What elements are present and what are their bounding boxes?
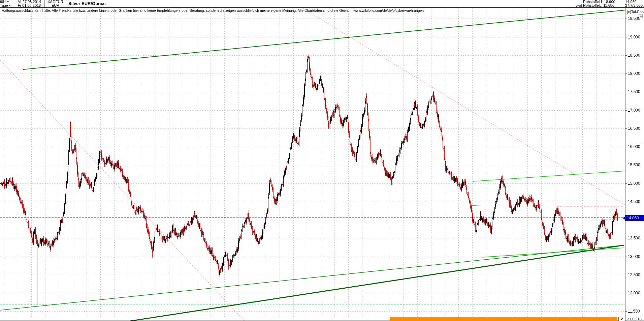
copyright-label: (c)Tai-Pan	[627, 10, 644, 14]
symbol-code: XAGEUR	[45, 0, 66, 4]
symbol-cell: XAGEUR EUR	[45, 0, 66, 7]
last-price-cell: 14.060 27.7/3.050	[625, 0, 644, 7]
date-from[interactable]: Mi 27.08.2014	[14, 0, 44, 4]
y-axis-label: 19.000	[628, 35, 640, 39]
last-price-badge: 14.060	[625, 215, 644, 221]
date-to[interactable]: Fr 01.06.2018	[14, 4, 44, 7]
chart-header: 981▼ Tage▼ Mi 27.08.2014 Fr 01.06.2018 X…	[0, 0, 644, 8]
currency-code: EUR	[45, 4, 66, 7]
datafeed-cell: Rohstoffe vwd Rohstoffe	[572, 0, 599, 7]
timeframe-dropdown[interactable]: Tage▼	[0, 4, 14, 7]
taipan-chart-window: 981▼ Tage▼ Mi 27.08.2014 Fr 01.06.2018 X…	[0, 0, 644, 321]
y-axis-label: 17.500	[628, 89, 640, 94]
y-axis-label: 18.000	[628, 71, 640, 76]
period-low: L: 11.680	[599, 4, 625, 7]
y-axis-label: 12.500	[628, 272, 640, 277]
range-info-value: 27.7/3.050	[625, 4, 644, 7]
last-date-label: 31.05.18	[627, 317, 642, 321]
page-title: Silver EUR/Ounce	[68, 1, 106, 6]
chevron-down-icon: ▼	[9, 4, 11, 7]
y-axis-label: 13.000	[628, 254, 640, 259]
collapse-panel-icon[interactable]	[639, 14, 643, 18]
bars-count-dropdown[interactable]: 981▼	[0, 0, 14, 4]
last-price-value: 14.060	[625, 0, 644, 4]
disclaimer-text: Haftungsausschluss für Inhalte: Alle Tre…	[2, 8, 621, 13]
instrument-title-cell: Silver EUR/Ounce	[66, 0, 194, 7]
y-axis-label: 15.500	[628, 163, 640, 167]
price-chart-canvas[interactable]	[0, 0, 644, 321]
y-axis-label: 12.000	[628, 291, 640, 295]
y-axis-label: 13.500	[628, 236, 640, 240]
high-low-cell: H: 18.900 L: 11.680	[599, 0, 625, 7]
y-axis-label: 14.500	[628, 199, 640, 204]
chevron-down-icon: ▼	[7, 0, 9, 4]
y-axis-label: 11.500	[628, 309, 640, 314]
y-axis-label: 18.500	[628, 53, 640, 58]
date-range-cell: Mi 27.08.2014 Fr 01.06.2018	[14, 0, 45, 7]
zoom-button[interactable]: Z	[618, 317, 625, 321]
y-axis-label: 16.000	[628, 144, 640, 149]
last-price-marker-arrow	[623, 216, 625, 220]
feed-provider: vwd Rohstoffe	[572, 4, 600, 7]
y-axis-label: 15.000	[628, 181, 640, 186]
x-axis-labels: 10.1411.1412.1401.1502.1503.1504.1505.15…	[0, 317, 644, 321]
y-axis-label: 17.000	[628, 108, 640, 113]
feed-name: Rohstoffe	[572, 0, 600, 4]
y-axis-label: 16.500	[628, 126, 640, 131]
period-high: H: 18.900	[599, 0, 625, 4]
bars-timeframe-cell: 981▼ Tage▼	[0, 0, 14, 7]
